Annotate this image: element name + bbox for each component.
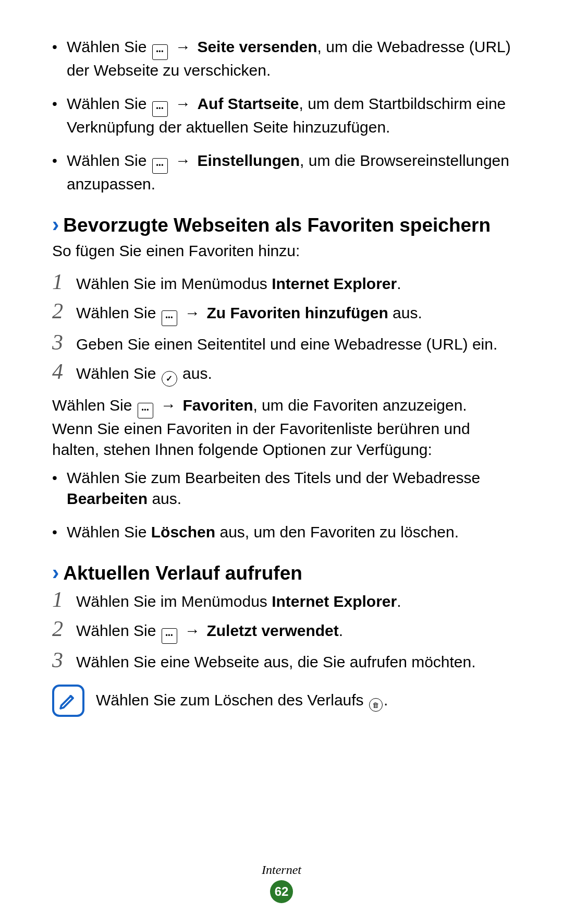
bold-text: Zu Favoriten hinzufügen xyxy=(206,304,388,321)
arrow-icon: → xyxy=(180,622,205,639)
text: Wählen Sie xyxy=(67,38,151,55)
heading-text: Aktuellen Verlauf aufrufen xyxy=(63,562,302,584)
step-item: 3 Geben Sie einen Seitentitel und eine W… xyxy=(52,331,511,355)
bold-text: Löschen xyxy=(151,523,215,541)
text: Wählen Sie xyxy=(67,152,151,169)
text: Wählen Sie im Menümodus xyxy=(76,593,272,610)
bold-text: Seite versenden xyxy=(197,38,317,55)
chevron-icon: › xyxy=(52,561,59,584)
menu-icon xyxy=(138,403,153,418)
note-pencil-icon xyxy=(52,685,84,717)
step-item: 1 Wählen Sie im Menümodus Internet Explo… xyxy=(52,589,511,613)
sub-bullet-list: Wählen Sie zum Bearbeiten des Titels und… xyxy=(52,467,511,543)
heading-text: Bevorzugte Webseiten als Favoriten speic… xyxy=(63,214,491,236)
top-bullet-list: Wählen Sie → Seite versenden, um die Web… xyxy=(52,37,511,195)
step-item: 4 Wählen Sie aus. xyxy=(52,361,511,387)
step-number: 1 xyxy=(52,271,76,293)
text: . xyxy=(339,622,343,639)
menu-icon xyxy=(162,310,177,326)
text: aus. xyxy=(388,304,422,321)
bold-text: Internet Explorer xyxy=(272,275,397,292)
step-number: 1 xyxy=(52,589,76,610)
bold-text: Internet Explorer xyxy=(272,593,397,610)
step-item: 3 Wählen Sie eine Webseite aus, die Sie … xyxy=(52,649,511,673)
step-number: 3 xyxy=(52,331,76,353)
bullet-item: Wählen Sie → Einstellungen, um die Brows… xyxy=(52,150,511,195)
menu-icon xyxy=(152,158,168,174)
text: aus, um den Favoriten zu löschen. xyxy=(215,523,459,541)
step-number: 4 xyxy=(52,361,76,382)
text: Wählen Sie xyxy=(76,304,161,321)
bold-text: Favoriten xyxy=(182,397,253,414)
note-text: Wählen Sie zum Löschen des Verlaufs . xyxy=(96,690,511,712)
section-heading-history: › Aktuellen Verlauf aufrufen xyxy=(52,561,511,584)
text: Wählen Sie xyxy=(76,365,161,382)
text: Wählen Sie im Menümodus xyxy=(76,275,272,292)
arrow-icon: → xyxy=(180,304,205,321)
menu-icon xyxy=(152,101,168,117)
step-number: 2 xyxy=(52,300,76,322)
steps-list-history: 1 Wählen Sie im Menümodus Internet Explo… xyxy=(52,589,511,673)
text: Wählen Sie xyxy=(76,622,161,639)
text: Wählen Sie eine Webseite aus, die Sie au… xyxy=(76,653,476,670)
page-footer: Internet 62 xyxy=(0,863,563,903)
trash-icon xyxy=(369,698,383,712)
steps-list-favorites: 1 Wählen Sie im Menümodus Internet Explo… xyxy=(52,271,511,387)
note-row: Wählen Sie zum Löschen des Verlaufs . xyxy=(52,685,511,717)
bullet-item: Wählen Sie Löschen aus, um den Favoriten… xyxy=(52,522,511,543)
step-number: 3 xyxy=(52,649,76,671)
paragraph: Wählen Sie → Favoriten, um die Favoriten… xyxy=(52,395,511,460)
page-number: 62 xyxy=(270,880,293,903)
chevron-icon: › xyxy=(52,213,59,236)
text: . xyxy=(397,593,401,610)
footer-section-label: Internet xyxy=(0,863,563,877)
bold-text: Auf Startseite xyxy=(197,95,299,112)
menu-icon xyxy=(162,628,177,644)
menu-icon xyxy=(152,44,168,60)
section-heading-favorites: › Bevorzugte Webseiten als Favoriten spe… xyxy=(52,213,511,236)
text: Wählen Sie xyxy=(67,523,151,541)
text: Wählen Sie zum Löschen des Verlaufs xyxy=(96,691,368,709)
bold-text: Einstellungen xyxy=(197,152,300,169)
intro-text: So fügen Sie einen Favoriten hinzu: xyxy=(52,241,511,261)
text: aus. xyxy=(178,365,212,382)
bullet-item: Wählen Sie → Seite versenden, um die Web… xyxy=(52,37,511,81)
text: Geben Sie einen Seitentitel und eine Web… xyxy=(76,335,497,353)
bullet-item: Wählen Sie zum Bearbeiten des Titels und… xyxy=(52,467,511,509)
bold-text: Zuletzt verwendet xyxy=(206,622,338,639)
step-item: 2 Wählen Sie → Zuletzt verwendet. xyxy=(52,618,511,644)
bullet-item: Wählen Sie → Auf Startseite, um dem Star… xyxy=(52,93,511,138)
arrow-icon: → xyxy=(171,38,195,55)
arrow-icon: → xyxy=(171,152,195,169)
bold-text: Bearbeiten xyxy=(67,490,148,507)
text: Wählen Sie xyxy=(52,397,137,414)
text: . xyxy=(397,275,401,292)
step-item: 1 Wählen Sie im Menümodus Internet Explo… xyxy=(52,271,511,295)
text: Wählen Sie xyxy=(67,95,151,112)
step-item: 2 Wählen Sie → Zu Favoriten hinzufügen a… xyxy=(52,300,511,326)
text: aus. xyxy=(148,490,181,507)
text: Wählen Sie zum Bearbeiten des Titels und… xyxy=(67,469,480,486)
check-icon xyxy=(162,371,177,387)
arrow-icon: → xyxy=(171,95,195,112)
arrow-icon: → xyxy=(156,397,181,414)
step-number: 2 xyxy=(52,618,76,640)
text: . xyxy=(384,691,388,709)
